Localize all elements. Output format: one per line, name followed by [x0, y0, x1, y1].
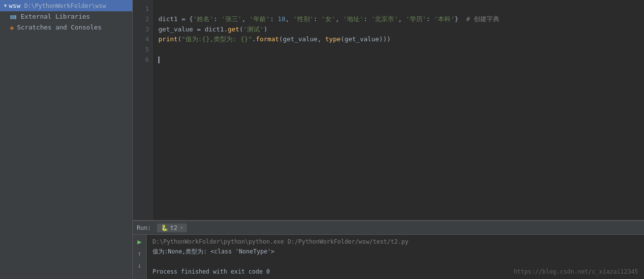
run-panel: Run: 🐍 t2 × ▶ ↑ ↓ D:\PythonWorkFolder\py… [133, 220, 644, 279]
run-label: Run: [137, 224, 151, 231]
project-name: wsw [9, 2, 20, 9]
play-button[interactable]: ▶ [135, 237, 145, 247]
main-layout: ▼ wsw D:\PythonWorkFolder\wsw External L… [0, 0, 644, 279]
line-num-5: 5 [133, 45, 149, 55]
scroll-up-button[interactable]: ↑ [135, 249, 145, 258]
run-tab-bar: Run: 🐍 t2 × [133, 221, 644, 235]
run-output-wrapper: ▶ ↑ ↓ D:\PythonWorkFolder\python\python.… [133, 235, 644, 279]
editor-content: 1 2 3 4 5 6 dict1 = {'姓名': '张三', '年龄': 1… [133, 0, 644, 220]
svg-rect-2 [14, 15, 16, 19]
code-line-1 [158, 4, 638, 14]
run-output-line-1: 值为:None,类型为: <class 'NoneType'> [153, 247, 638, 256]
python-tab-icon: 🐍 [161, 224, 168, 231]
code-editor[interactable]: dict1 = {'姓名': '张三', '年龄': 18, '性别': '女'… [153, 0, 644, 220]
project-root[interactable]: ▼ wsw D:\PythonWorkFolder\wsw [0, 0, 132, 11]
line-num-4: 4 [133, 34, 149, 45]
line-num-3: 3 [133, 25, 149, 35]
tab-close-button[interactable]: × [180, 225, 183, 230]
tab-name: t2 [170, 224, 177, 231]
run-tab-t2[interactable]: 🐍 t2 × [157, 223, 187, 232]
code-line-3: get_value = dict1.get('测试') [158, 25, 638, 35]
sidebar-item-external-libraries[interactable]: External Libraries [0, 11, 132, 22]
code-line-2: dict1 = {'姓名': '张三', '年龄': 18, '性别': '女'… [158, 14, 638, 25]
line-num-2: 2 [133, 14, 149, 25]
editor-area: 1 2 3 4 5 6 dict1 = {'姓名': '张三', '年龄': 1… [133, 0, 644, 279]
svg-rect-1 [12, 15, 14, 19]
external-libraries-label: External Libraries [21, 13, 90, 20]
scroll-down-button[interactable]: ↓ [135, 260, 145, 270]
watermark: https://blog.csdn.net/c_xiazai12345 [514, 268, 638, 275]
sidebar: ▼ wsw D:\PythonWorkFolder\wsw External L… [0, 0, 133, 279]
scratches-icon: ◈ [10, 24, 14, 31]
code-line-4: print("值为:{},类型为: {}".format(get_value, … [158, 34, 638, 45]
code-line-5 [158, 45, 638, 55]
run-controls: ▶ ↑ ↓ [133, 235, 147, 279]
code-line-6 [158, 55, 638, 65]
project-arrow-icon: ▼ [4, 3, 7, 8]
svg-rect-0 [10, 15, 12, 19]
run-output-line-2 [153, 257, 638, 267]
project-path: D:\PythonWorkFolder\wsw [24, 2, 106, 9]
scratches-label: Scratches and Consoles [17, 24, 101, 31]
line-num-6: 6 [133, 55, 149, 65]
line-num-1: 1 [133, 4, 149, 14]
library-bar-icon [10, 13, 18, 21]
line-numbers: 1 2 3 4 5 6 [133, 0, 153, 220]
sidebar-item-scratches[interactable]: ◈ Scratches and Consoles [0, 22, 132, 33]
run-cmd-line: D:\PythonWorkFolder\python\python.exe D:… [153, 237, 638, 247]
